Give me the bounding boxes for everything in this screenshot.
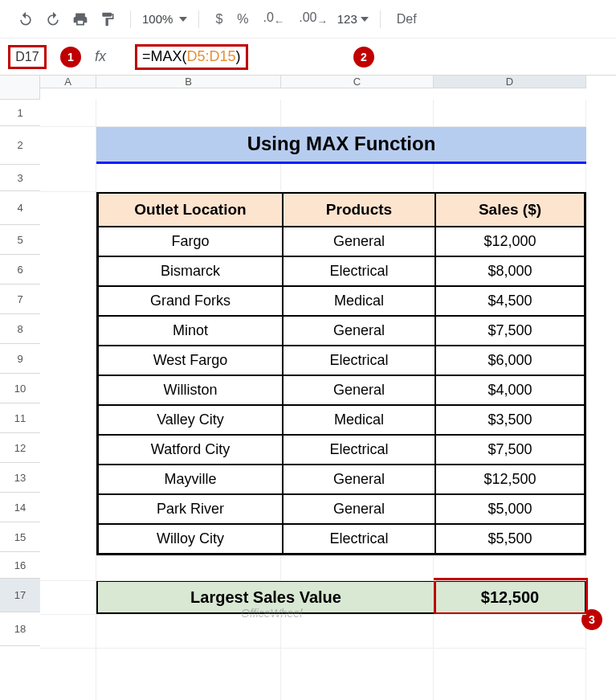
cell-prod[interactable]: General: [283, 316, 435, 346]
row-header-13[interactable]: 13: [0, 463, 40, 493]
title-cell[interactable]: Using MAX Function: [96, 126, 586, 162]
row-header-18[interactable]: 18: [0, 612, 40, 646]
percent-button[interactable]: %: [232, 9, 253, 30]
paint-format-icon[interactable]: [96, 8, 119, 31]
zoom-value: 100%: [142, 12, 173, 26]
row-header-1[interactable]: 1: [0, 100, 40, 126]
cell-prod[interactable]: Medical: [283, 286, 435, 316]
currency-button[interactable]: $: [210, 9, 227, 30]
annotation-badge-1: 1: [60, 47, 81, 68]
cell-prod[interactable]: Electrical: [283, 346, 435, 375]
formula-input[interactable]: =MAX(D5:D15): [135, 44, 248, 70]
redo-icon[interactable]: [42, 8, 64, 31]
decrease-decimal-button[interactable]: .0←: [259, 7, 290, 31]
row-header-6[interactable]: 6: [0, 255, 40, 285]
formula-suffix: ): [236, 48, 241, 65]
cell-sales[interactable]: $12,000: [435, 227, 585, 256]
cell-sales[interactable]: $8,000: [435, 256, 585, 286]
row-header-11[interactable]: 11: [0, 403, 40, 433]
cell-sales[interactable]: $4,000: [435, 375, 585, 405]
result-highlight-box: [434, 578, 588, 615]
th-products[interactable]: Products: [283, 193, 435, 227]
cell-sales[interactable]: $5,000: [435, 494, 585, 524]
row-header-14[interactable]: 14: [0, 493, 40, 522]
col-header-C[interactable]: C: [281, 76, 434, 88]
row-header-17[interactable]: 17: [0, 579, 40, 612]
row-header-8[interactable]: 8: [0, 314, 40, 344]
cell-sales[interactable]: $6,000: [435, 346, 585, 375]
cell-sales[interactable]: $12,500: [435, 465, 585, 494]
cell-loc[interactable]: Fargo: [98, 227, 283, 256]
row-header-5[interactable]: 5: [0, 225, 40, 255]
cell-loc[interactable]: Willoy City: [98, 524, 283, 554]
row-header-2[interactable]: 2: [0, 126, 40, 165]
undo-icon[interactable]: [14, 8, 37, 31]
row-header-15[interactable]: 15: [0, 522, 40, 552]
cell-loc[interactable]: Park River: [98, 494, 283, 524]
cell-prod[interactable]: Electrical: [283, 524, 435, 554]
cell-loc[interactable]: Bismarck: [98, 256, 283, 286]
cell-prod[interactable]: Electrical: [283, 256, 435, 286]
formula-prefix: =MAX(: [142, 48, 187, 65]
increase-decimal-button[interactable]: .00→: [294, 7, 332, 31]
cell-sales[interactable]: $7,500: [435, 316, 585, 346]
cell-prod[interactable]: General: [283, 494, 435, 524]
row-header-9[interactable]: 9: [0, 344, 40, 374]
cell-prod[interactable]: Electrical: [283, 435, 435, 465]
row-header-12[interactable]: 12: [0, 433, 40, 463]
fx-label: fx: [95, 48, 106, 65]
cell-loc[interactable]: Valley City: [98, 405, 283, 435]
toolbar: 100% $ % .0← .00→ 123 Def: [0, 0, 616, 39]
watermark: OfficeWheel: [241, 607, 302, 620]
col-header-A[interactable]: A: [40, 76, 96, 88]
cell-prod[interactable]: General: [283, 375, 435, 405]
row-header-10[interactable]: 10: [0, 374, 40, 403]
cell-loc[interactable]: Grand Forks: [98, 286, 283, 316]
number-format-menu[interactable]: 123: [337, 12, 369, 26]
cell-sales[interactable]: $7,500: [435, 435, 585, 465]
annotation-badge-3: 3: [581, 609, 602, 630]
chevron-down-icon: [179, 17, 187, 22]
row-header-16[interactable]: 16: [0, 552, 40, 579]
data-table: Outlet Location Products Sales ($) Fargo…: [96, 191, 586, 555]
row-header-7[interactable]: 7: [0, 285, 40, 314]
row-header-3[interactable]: 3: [0, 165, 40, 191]
title-underline: [96, 162, 586, 164]
cell-sales[interactable]: $3,500: [435, 405, 585, 435]
chevron-down-icon: [361, 17, 369, 22]
col-header-B[interactable]: B: [96, 76, 281, 88]
col-header-D[interactable]: D: [434, 76, 586, 88]
cell-sales[interactable]: $4,500: [435, 286, 585, 316]
th-location[interactable]: Outlet Location: [98, 193, 283, 227]
cell-prod[interactable]: Medical: [283, 405, 435, 435]
font-select[interactable]: Def: [392, 9, 422, 30]
annotation-badge-2: 2: [353, 47, 374, 68]
row-header-4[interactable]: 4: [0, 191, 40, 225]
cell-sales[interactable]: $5,500: [435, 524, 585, 554]
select-all-corner[interactable]: [0, 76, 40, 100]
cell-loc[interactable]: Watford City: [98, 435, 283, 465]
zoom-select[interactable]: 100%: [142, 12, 187, 26]
cell-loc[interactable]: Williston: [98, 375, 283, 405]
cell-prod[interactable]: General: [283, 227, 435, 256]
cell-loc[interactable]: Minot: [98, 316, 283, 346]
print-icon[interactable]: [69, 8, 92, 31]
name-box[interactable]: D17: [8, 45, 47, 69]
th-sales[interactable]: Sales ($): [435, 193, 585, 227]
cell-loc[interactable]: Mayville: [98, 465, 283, 494]
formula-bar: D17 1 fx =MAX(D5:D15) 2: [0, 39, 616, 76]
cell-loc[interactable]: West Fargo: [98, 346, 283, 375]
cell-prod[interactable]: General: [283, 465, 435, 494]
formula-range: D5:D15: [187, 48, 236, 65]
